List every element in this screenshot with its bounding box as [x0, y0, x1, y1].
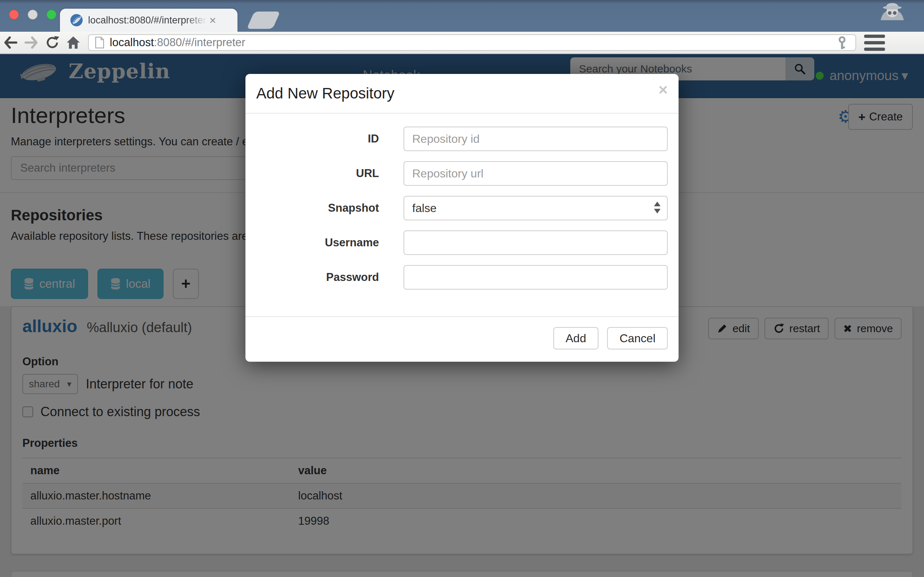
modal-header: Add New Repository × [246, 74, 678, 114]
snapshot-select[interactable]: false [404, 196, 668, 220]
cancel-button[interactable]: Cancel [607, 327, 668, 350]
browser-menu-icon[interactable] [864, 35, 885, 51]
new-tab-button[interactable] [247, 11, 280, 29]
modal-footer: Add Cancel [246, 316, 678, 362]
add-button[interactable]: Add [553, 327, 598, 350]
password-input[interactable] [404, 265, 668, 290]
home-button[interactable] [63, 35, 84, 50]
window-minimize-button[interactable] [28, 10, 37, 19]
snapshot-label: Snapshot [256, 201, 379, 214]
back-button[interactable] [0, 35, 21, 50]
incognito-icon [874, 1, 911, 21]
form-row-username: Username [256, 230, 668, 255]
form-row-snapshot: Snapshot false [256, 196, 668, 220]
modal-title: Add New Repository [256, 85, 668, 102]
forward-button[interactable] [21, 35, 42, 50]
address-bar[interactable]: localhost:8080/#/interpreter [88, 34, 856, 51]
browser-toolbar: localhost:8080/#/interpreter [0, 32, 924, 54]
screen: Interpreters Manage interpreters setting… [0, 0, 924, 577]
tab-close-icon[interactable]: × [209, 15, 216, 26]
window-zoom-button[interactable] [47, 10, 56, 19]
form-row-id: ID [256, 127, 668, 151]
modal-body: ID URL Snapshot false Username [246, 114, 678, 316]
form-row-password: Password [256, 265, 668, 290]
id-label: ID [256, 132, 379, 145]
tab-title: localhost:8080/#/interpreter [88, 15, 207, 26]
reload-button[interactable] [42, 35, 63, 50]
browser-tab-bar: localhost:8080/#/interpreter × [0, 0, 924, 32]
browser-chrome: localhost:8080/#/interpreter × [0, 0, 924, 54]
url-text: localhost:8080/#/interpreter [110, 36, 246, 49]
page-icon [95, 36, 105, 49]
select-stepper-icon [654, 201, 661, 213]
repository-url-input[interactable] [404, 161, 668, 186]
url-label: URL [256, 167, 379, 180]
username-input[interactable] [404, 230, 668, 255]
username-label: Username [256, 236, 379, 249]
window-close-button[interactable] [9, 10, 19, 19]
password-label: Password [256, 271, 379, 284]
browser-tab[interactable]: localhost:8080/#/interpreter × [60, 9, 237, 32]
zeppelin-favicon-icon [70, 14, 83, 27]
add-repository-modal: Add New Repository × ID URL Snapshot fal… [246, 74, 678, 362]
close-icon[interactable]: × [658, 82, 668, 98]
key-icon[interactable] [838, 36, 846, 51]
form-row-url: URL [256, 161, 668, 186]
repository-id-input[interactable] [404, 127, 668, 151]
